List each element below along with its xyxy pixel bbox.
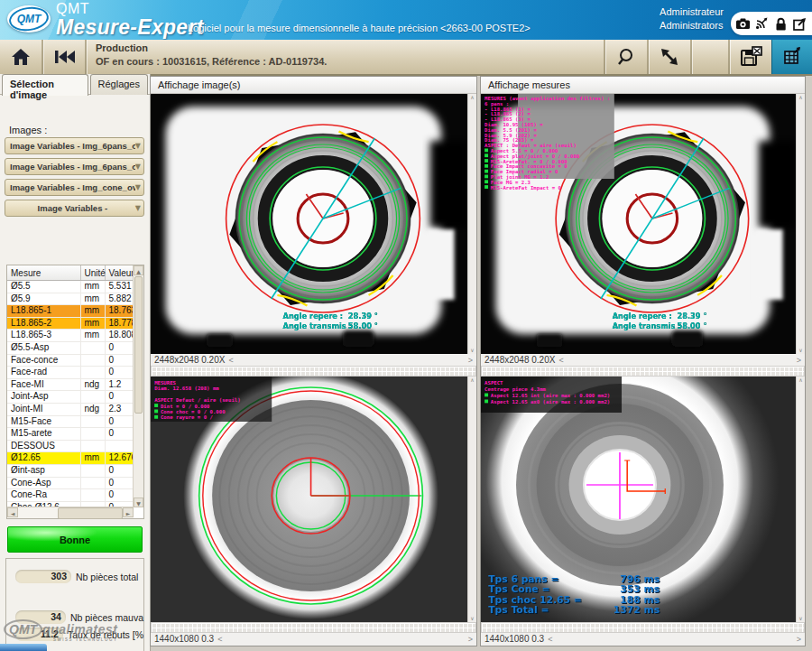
- table-row[interactable]: M15-arete0: [7, 428, 133, 441]
- tab-reglages[interactable]: Réglages: [90, 74, 148, 95]
- viewport-cone-overlay[interactable]: MESURESDiam. 12.658 (208) mmASPECT Defau…: [151, 377, 476, 622]
- tab-selection-image[interactable]: Sélection d'image: [2, 74, 88, 96]
- table-row[interactable]: L18.865-3mm18.808: [7, 330, 133, 342]
- horizontal-scroll-track[interactable]: [151, 366, 476, 377]
- camera-icon[interactable]: [735, 16, 751, 31]
- horizontal-scroll-track[interactable]: [481, 622, 805, 633]
- svg-text:ASPECT Defaut / aire (s: ASPECT Defaut / aire (seuil): [154, 397, 241, 403]
- image-vertical-scrollbar[interactable]: ∧∨: [467, 94, 476, 354]
- scrollbar-thumb[interactable]: [134, 276, 143, 414]
- svg-text:Centrage piece 4.3mm: Centrage piece 4.3mm: [484, 386, 547, 393]
- hex-origin-image[interactable]: Angle repere :28.39 °Angle transmis :58.…: [151, 94, 467, 354]
- table-row[interactable]: Cone-Ra0: [7, 489, 133, 502]
- logo-text: QMT: [17, 13, 42, 25]
- svg-text:Aspect 12.65 ax0 (aire max : 0: Aspect 12.65 ax0 (aire max : 0.000 mm2): [491, 399, 610, 405]
- image-vertical-scrollbar[interactable]: ∧∨: [796, 94, 805, 354]
- horizontal-scroll-track[interactable]: [481, 366, 805, 377]
- table-row[interactable]: Joint-MIndg2.3: [7, 403, 133, 415]
- table-row[interactable]: Ø5.5-Asp0: [7, 341, 133, 354]
- col-header-valeur[interactable]: Valeur: [105, 265, 133, 281]
- stat-value-field: 303: [15, 570, 71, 583]
- svg-text:Dint = 0 / 0.000: Dint = 0 / 0.000: [161, 404, 210, 409]
- scroll-right-icon[interactable]: >: [468, 635, 473, 644]
- svg-text:Cone rayure = 0 /: Cone rayure = 0 /: [161, 414, 214, 421]
- svg-text:Diam. 12.658 (208) mm: Diam. 12.658 (208) mm: [154, 386, 219, 391]
- search-icon: [615, 46, 637, 68]
- hex-overlay-image[interactable]: MESURES (avant application des filtres) …: [481, 94, 796, 354]
- table-row[interactable]: L18.865-1mm18.763: [7, 305, 133, 318]
- search-button[interactable]: [605, 40, 647, 74]
- table-horizontal-scrollbar[interactable]: ◄ ►: [7, 507, 134, 518]
- image-variable-dropdown[interactable]: Image Variables -▼: [5, 200, 144, 217]
- svg-text:28.39 °: 28.39 °: [678, 312, 707, 321]
- rewind-button[interactable]: [43, 40, 85, 74]
- home-button[interactable]: [0, 40, 42, 74]
- svg-text:Cone choc = 0 / 0.000: Cone choc = 0 / 0.000: [161, 409, 226, 414]
- image-variable-dropdown[interactable]: Image Variables - Img_6pans_origine▼: [5, 137, 144, 154]
- dropdown-value: Image Variables -: [10, 203, 135, 213]
- table-row[interactable]: Ø5.5mm5.531: [7, 281, 133, 293]
- antenna-icon[interactable]: [754, 16, 769, 31]
- table-vertical-scrollbar[interactable]: ▲ ▼: [133, 265, 143, 507]
- table-row[interactable]: L18.865-2mm18.778: [7, 317, 133, 330]
- scroll-left-icon[interactable]: ◄: [7, 507, 18, 517]
- rewind-icon: [52, 48, 76, 66]
- scroll-left-icon[interactable]: <: [548, 635, 552, 644]
- scroll-left-icon[interactable]: <: [217, 635, 222, 644]
- image-caption: 2448x2048 0.20X: [484, 355, 555, 365]
- image-caption: 2448x2048 0.20X: [154, 355, 225, 365]
- table-row[interactable]: Cone-Asp0: [7, 477, 133, 489]
- table-row[interactable]: M15-Face0: [7, 415, 133, 428]
- viewport-hex-overlay[interactable]: MESURES (avant application des filtres) …: [481, 94, 805, 354]
- scroll-up-icon[interactable]: ▲: [134, 265, 143, 275]
- panel-affichage-images: Affichage image(s) Angle repere :28.39 °…: [150, 76, 477, 646]
- table-row[interactable]: Face-MIndg1.2: [7, 378, 133, 391]
- image-variable-dropdown[interactable]: Image Variables - Img_6pans_overlay▼: [5, 158, 144, 175]
- viewport-choc[interactable]: ASPECTCentrage piece 4.3mmAspect 12.65 i…: [481, 377, 805, 622]
- sidebar: Sélection d'image Réglages Images : Imag…: [0, 74, 151, 651]
- stat-row: 303Nb pièces total: [15, 570, 143, 583]
- table-row[interactable]: Face-rad0: [7, 367, 133, 379]
- image-caption-bar: 2448x2048 0.20X < >: [481, 354, 805, 366]
- user-role: Administrateur Administrators: [660, 5, 724, 33]
- cone-overlay-image[interactable]: MESURESDiam. 12.658 (208) mmASPECT Defau…: [151, 377, 467, 622]
- scroll-right-icon[interactable]: >: [797, 356, 801, 365]
- expand-button[interactable]: [649, 40, 690, 74]
- measurement-table: Mesure Unité Valeur Ø5.5mm5.531Ø5.9mm5.8…: [6, 265, 144, 519]
- table-row[interactable]: DESSOUS: [7, 440, 133, 452]
- scroll-down-icon[interactable]: ▼: [134, 498, 143, 507]
- app-subtitle: Logiciel pour la mesure dimensionnelle à…: [188, 23, 531, 33]
- app-header: QMT QMT Mesure-Expert Logiciel pour la m…: [0, 0, 812, 40]
- svg-text:Angle repere :: Angle repere :: [613, 312, 672, 321]
- svg-text:58.00 °: 58.00 °: [348, 321, 378, 330]
- image-dropdown-list: Image Variables - Img_6pans_origine▼Imag…: [5, 137, 144, 220]
- export-icon[interactable]: [792, 16, 807, 32]
- table-row[interactable]: Joint-Asp0: [7, 391, 133, 404]
- image-variable-dropdown[interactable]: Image Variables - Img_cone_overlay▼: [5, 179, 144, 196]
- save-image-button[interactable]: [730, 40, 771, 74]
- table-row[interactable]: Ø12.65mm12.676: [7, 452, 133, 465]
- scroll-left-icon[interactable]: <: [228, 356, 233, 365]
- context-title: Production: [96, 42, 601, 53]
- image-caption: 1440x1080 0.3: [154, 634, 214, 644]
- table-row[interactable]: Ø5.9mm5.882: [7, 293, 133, 305]
- image-vertical-scrollbar[interactable]: ∧∨: [467, 377, 476, 622]
- layout-grid-button[interactable]: [771, 40, 812, 74]
- scroll-left-icon[interactable]: <: [558, 356, 563, 365]
- table-row[interactable]: Øint-asp0: [7, 464, 133, 477]
- lock-icon[interactable]: [773, 16, 789, 32]
- col-header-mesure[interactable]: Mesure: [7, 265, 80, 281]
- chevron-down-icon: ▼: [135, 163, 141, 171]
- image-vertical-scrollbar[interactable]: ∧∨: [796, 377, 805, 622]
- scroll-right-icon[interactable]: >: [797, 635, 801, 644]
- horizontal-scroll-track[interactable]: [151, 622, 476, 633]
- brand-line2: Mesure-Expert: [56, 17, 204, 38]
- viewport-hex-origin[interactable]: Angle repere :28.39 °Angle transmis :58.…: [151, 94, 476, 354]
- scroll-right-icon[interactable]: >: [468, 356, 473, 365]
- scrollbar-thumb[interactable]: [58, 507, 123, 519]
- choc-image[interactable]: ASPECTCentrage piece 4.3mmAspect 12.65 i…: [481, 377, 796, 622]
- image-caption-bar: 1440x1080 0.3 < >: [151, 633, 476, 645]
- col-header-unite[interactable]: Unité: [80, 265, 105, 281]
- scroll-right-icon[interactable]: ►: [123, 507, 134, 517]
- table-row[interactable]: Face-conce0: [7, 354, 133, 367]
